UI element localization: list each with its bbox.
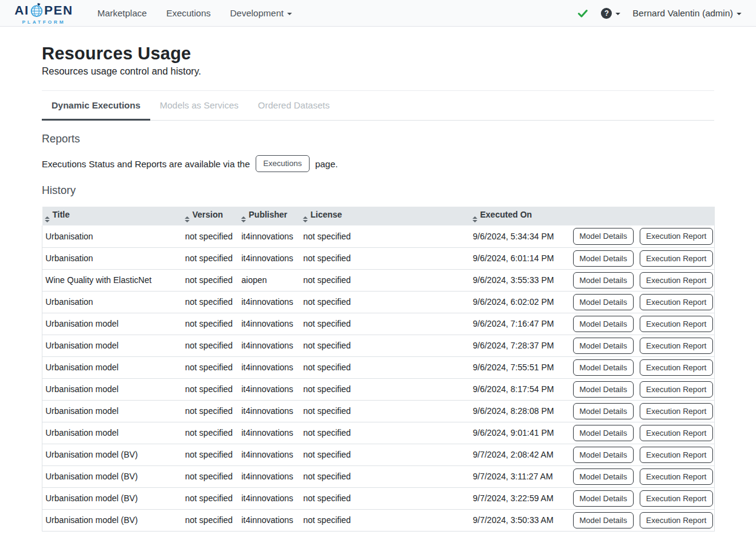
page-title: Resources Usage	[42, 44, 714, 64]
page-subtitle: Resources usage control and history.	[42, 66, 714, 77]
table-row: Wine Quality with ElasticNetnot specifie…	[42, 269, 715, 291]
cell-license: not specified	[300, 225, 470, 247]
column-header-title[interactable]: Title	[42, 207, 182, 225]
nav-item-marketplace[interactable]: Marketplace	[94, 5, 151, 21]
model-details-button[interactable]: Model Details	[573, 294, 634, 311]
brand-part2: PEN	[44, 4, 73, 16]
cell-title: Urbanisation model (BV)	[42, 509, 182, 531]
cell-executed-on: 9/7/2024, 3:11:27 AM	[470, 465, 570, 487]
model-details-button[interactable]: Model Details	[573, 425, 634, 442]
cell-executed-on: 9/6/2024, 7:28:37 PM	[470, 335, 570, 356]
column-label: Version	[193, 210, 224, 219]
cell-action: Execution Report	[637, 465, 715, 487]
table-row: Urbanisation modelnot specifiedit4innova…	[42, 313, 715, 335]
cell-action: Model Details	[570, 247, 637, 269]
executions-button[interactable]: Executions	[256, 155, 310, 172]
nav-item-development[interactable]: Development	[227, 5, 296, 21]
cell-title: Urbanisation	[42, 291, 182, 313]
cell-action: Execution Report	[637, 225, 715, 247]
model-details-button[interactable]: Model Details	[573, 403, 634, 420]
sort-icon[interactable]	[472, 216, 477, 222]
execution-report-button[interactable]: Execution Report	[640, 294, 714, 311]
cell-publisher: it4innovations	[239, 509, 300, 531]
sort-icon[interactable]	[241, 216, 246, 222]
brand-logo[interactable]: AI PEN PLATFORM	[15, 2, 73, 25]
execution-report-button[interactable]: Execution Report	[640, 425, 714, 442]
execution-report-button[interactable]: Execution Report	[640, 447, 714, 464]
cell-executed-on: 9/6/2024, 6:01:14 PM	[470, 247, 570, 269]
sort-icon[interactable]	[303, 216, 308, 222]
model-details-button[interactable]: Model Details	[573, 381, 634, 398]
history-table-header: Title Version Publisher License Executed…	[42, 207, 715, 225]
model-details-button[interactable]: Model Details	[573, 272, 634, 289]
cell-executed-on: 9/6/2024, 8:17:54 PM	[470, 378, 570, 400]
model-details-button[interactable]: Model Details	[573, 447, 634, 464]
tab-dynamic-executions[interactable]: Dynamic Executions	[42, 91, 150, 120]
cell-executed-on: 9/6/2024, 5:34:34 PM	[470, 225, 570, 247]
model-details-button[interactable]: Model Details	[573, 250, 634, 267]
cell-publisher: it4innovations	[239, 465, 300, 487]
cell-license: not specified	[300, 444, 470, 465]
execution-report-button[interactable]: Execution Report	[640, 512, 714, 529]
execution-report-button[interactable]: Execution Report	[640, 403, 714, 420]
status-check-icon	[577, 7, 589, 19]
cell-executed-on: 9/6/2024, 7:55:51 PM	[470, 356, 570, 378]
cell-action: Model Details	[570, 356, 637, 378]
cell-version: not specified	[182, 247, 239, 269]
cell-publisher: it4innovations	[239, 313, 300, 335]
cell-action: Model Details	[570, 465, 637, 487]
cell-title: Urbanisation model	[42, 335, 182, 356]
column-header-publisher[interactable]: Publisher	[239, 207, 300, 225]
model-details-button[interactable]: Model Details	[573, 468, 634, 485]
model-details-button[interactable]: Model Details	[573, 359, 634, 376]
execution-report-button[interactable]: Execution Report	[640, 338, 714, 355]
tab-ordered-datasets[interactable]: Ordered Datasets	[248, 91, 339, 120]
execution-report-button[interactable]: Execution Report	[640, 316, 714, 333]
model-details-button[interactable]: Model Details	[573, 490, 634, 507]
user-menu[interactable]: Bernard Valentin (admin)	[632, 8, 741, 18]
globe-icon	[30, 2, 44, 19]
execution-report-button[interactable]: Execution Report	[640, 381, 714, 398]
tab-bar: Dynamic Executions Models as Services Or…	[42, 90, 714, 121]
column-header-version[interactable]: Version	[182, 207, 239, 225]
tab-models-as-services[interactable]: Models as Services	[150, 91, 248, 120]
column-header-executed-on[interactable]: Executed On	[470, 207, 570, 225]
nav-item-executions[interactable]: Executions	[162, 5, 214, 21]
execution-report-button[interactable]: Execution Report	[640, 250, 714, 267]
nav-item-label: Development	[230, 8, 284, 18]
reports-heading: Reports	[42, 133, 714, 145]
model-details-button[interactable]: Model Details	[573, 338, 634, 355]
model-details-button[interactable]: Model Details	[573, 228, 634, 245]
execution-report-button[interactable]: Execution Report	[640, 490, 714, 507]
cell-executed-on: 9/7/2024, 3:50:33 AM	[470, 509, 570, 531]
help-menu[interactable]: ?	[601, 8, 620, 19]
cell-title: Urbanisation model (BV)	[42, 487, 182, 509]
cell-version: not specified	[182, 444, 239, 465]
execution-report-button[interactable]: Execution Report	[640, 228, 714, 245]
cell-title: Urbanisation model (BV)	[42, 444, 182, 465]
cell-executed-on: 9/7/2024, 3:22:59 AM	[470, 487, 570, 509]
cell-action: Execution Report	[637, 444, 715, 465]
cell-version: not specified	[182, 465, 239, 487]
cell-license: not specified	[300, 335, 470, 356]
cell-publisher: it4innovations	[239, 335, 300, 356]
cell-version: not specified	[182, 378, 239, 400]
cell-action: Execution Report	[637, 335, 715, 356]
reports-text-before: Executions Status and Reports are availa…	[42, 159, 250, 169]
help-icon: ?	[601, 8, 612, 19]
model-details-button[interactable]: Model Details	[573, 512, 634, 529]
column-label: Title	[53, 210, 70, 219]
execution-report-button[interactable]: Execution Report	[640, 272, 714, 289]
execution-report-button[interactable]: Execution Report	[640, 468, 714, 485]
cell-executed-on: 9/6/2024, 3:55:33 PM	[470, 269, 570, 291]
execution-report-button[interactable]: Execution Report	[640, 359, 714, 376]
model-details-button[interactable]: Model Details	[573, 316, 634, 333]
cell-title: Wine Quality with ElasticNet	[42, 269, 182, 291]
history-table-body: Urbanisationnot specifiedit4innovationsn…	[42, 225, 715, 531]
column-header-license[interactable]: License	[300, 207, 470, 225]
cell-version: not specified	[182, 225, 239, 247]
sort-icon[interactable]	[45, 216, 50, 222]
chevron-down-icon	[615, 13, 620, 15]
cell-publisher: it4innovations	[239, 487, 300, 509]
sort-icon[interactable]	[185, 216, 190, 222]
